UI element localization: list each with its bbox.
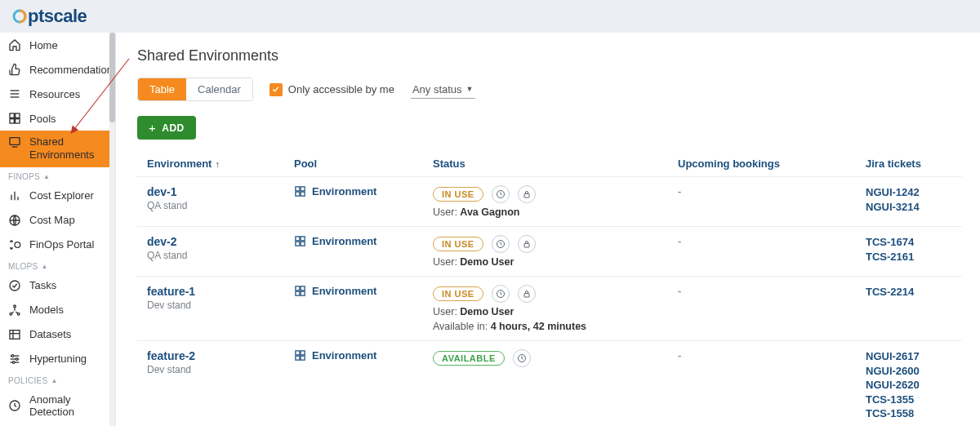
- col-pool[interactable]: Pool: [284, 151, 423, 177]
- svg-rect-50: [296, 356, 300, 360]
- jira-ticket-link[interactable]: TCS-1355: [866, 393, 952, 407]
- sidebar-group-finops[interactable]: FINOPS▲: [0, 167, 115, 184]
- pool-icon: [294, 185, 306, 197]
- thumbs-up-icon: [8, 63, 21, 76]
- svg-rect-39: [301, 242, 305, 246]
- clock-icon[interactable]: [492, 235, 510, 253]
- home-icon: [8, 38, 21, 51]
- sidebar-item-label: Shared Environments: [29, 135, 107, 162]
- lock-icon[interactable]: [518, 185, 536, 203]
- add-button[interactable]: + ADD: [137, 116, 196, 140]
- col-bookings[interactable]: Upcoming bookings: [668, 151, 856, 177]
- jira-ticket-link[interactable]: TCS-2214: [866, 285, 952, 300]
- env-subtitle: Dev stand: [147, 300, 274, 311]
- caret-up-icon: ▲: [42, 263, 48, 270]
- clock-icon[interactable]: [492, 185, 510, 203]
- svg-rect-37: [301, 237, 305, 241]
- page-title: Shared Environments: [137, 47, 962, 64]
- sidebar-item-hypertuning[interactable]: Hypertuning: [0, 347, 115, 371]
- sidebar-item-finops-portal[interactable]: FinOps Portal: [0, 233, 115, 257]
- caret-up-icon: ▲: [51, 377, 58, 384]
- sidebar-item-recommendations[interactable]: Recommendations: [0, 57, 115, 82]
- view-toggle: Table Calendar: [137, 78, 253, 101]
- sidebar-item-cost-map[interactable]: Cost Map: [0, 208, 115, 233]
- sidebar-item-label: Resources: [29, 88, 80, 100]
- grid-icon: [8, 112, 21, 125]
- svg-point-17: [14, 305, 16, 308]
- env-name-link[interactable]: feature-1: [147, 285, 274, 298]
- sidebar-item-label: Tasks: [29, 279, 56, 291]
- pool-link[interactable]: Environment: [294, 285, 376, 297]
- sidebar-item-cost-explorer[interactable]: Cost Explorer: [0, 184, 115, 208]
- view-calendar-button[interactable]: Calendar: [186, 78, 252, 100]
- sidebar-item-resources[interactable]: Resources: [0, 82, 115, 106]
- env-name-link[interactable]: feature-2: [147, 349, 274, 362]
- svg-rect-33: [301, 192, 305, 196]
- svg-rect-35: [524, 194, 529, 198]
- jira-ticket-link[interactable]: NGUI-2620: [866, 378, 952, 393]
- app-logo[interactable]: ptscale: [11, 6, 87, 27]
- pool-icon: [294, 349, 306, 362]
- status-badge-in-use: IN USE: [433, 237, 483, 251]
- sidebar-item-anomaly-detection[interactable]: Anomaly Detection: [0, 388, 115, 424]
- sidebar-group-policies[interactable]: POLICIES▲: [0, 371, 115, 388]
- col-environment[interactable]: Environment↑: [137, 151, 284, 177]
- sidebar-group-mlops[interactable]: MLOPS▲: [0, 257, 115, 273]
- svg-rect-5: [10, 113, 14, 118]
- only-me-checkbox[interactable]: Only accessible by me: [270, 83, 394, 96]
- sidebar-item-label: Recommendations: [29, 64, 116, 76]
- env-subtitle: Dev stand: [147, 364, 274, 375]
- jira-ticket-link[interactable]: NGUI-2617: [866, 349, 952, 364]
- table-row: dev-1QA standEnvironmentIN USEUser: Ava …: [137, 177, 962, 227]
- plus-icon: +: [149, 122, 156, 134]
- jira-ticket-link[interactable]: TCS-1674: [866, 235, 952, 250]
- status-filter-dropdown[interactable]: Any status ▼: [411, 81, 475, 99]
- clock-icon[interactable]: [492, 285, 510, 303]
- env-name-link[interactable]: dev-1: [147, 185, 274, 198]
- sidebar-item-home[interactable]: Home: [0, 33, 115, 57]
- col-jira[interactable]: Jira tickets: [856, 151, 962, 177]
- pool-link[interactable]: Environment: [294, 235, 376, 247]
- sort-asc-icon: ↑: [215, 159, 220, 169]
- jira-ticket-link[interactable]: NGUI-1242: [866, 185, 952, 200]
- table-row: feature-1Dev standEnvironmentIN USEUser:…: [137, 277, 962, 341]
- clock-icon[interactable]: [513, 349, 531, 367]
- jira-ticket-link[interactable]: TCS-2161: [866, 250, 952, 264]
- lock-icon[interactable]: [518, 285, 536, 303]
- sidebar-item-tasks[interactable]: Tasks: [0, 273, 115, 298]
- main-content: Shared Environments Table Calendar Only …: [116, 33, 980, 426]
- sidebar-item-pools[interactable]: Pools: [0, 106, 115, 131]
- pool-icon: [294, 285, 306, 297]
- svg-rect-32: [296, 192, 300, 196]
- jira-ticket-link[interactable]: NGUI-2600: [866, 364, 952, 379]
- view-table-button[interactable]: Table: [138, 78, 186, 100]
- globe-icon: [8, 214, 21, 227]
- sidebar-scrollbar[interactable]: [109, 33, 115, 426]
- svg-rect-45: [301, 291, 305, 295]
- sidebar-item-label: Anomaly Detection: [29, 393, 107, 418]
- list-icon: [8, 87, 21, 100]
- svg-rect-38: [296, 242, 300, 246]
- status-user: User: Demo User: [433, 256, 658, 268]
- pool-link[interactable]: Environment: [294, 185, 376, 197]
- only-me-label: Only accessible by me: [288, 83, 394, 95]
- svg-rect-51: [301, 356, 305, 360]
- sidebar-item-models[interactable]: Models: [0, 298, 115, 322]
- table-row: dev-2QA standEnvironmentIN USEUser: Demo…: [137, 227, 962, 277]
- pool-link[interactable]: Environment: [294, 349, 376, 362]
- svg-point-27: [16, 357, 18, 360]
- sidebar-item-label: Cost Explorer: [29, 189, 94, 202]
- status-badge-in-use: IN USE: [433, 286, 483, 301]
- sidebar-item-shared-environments[interactable]: Shared Environments: [0, 131, 115, 167]
- sidebar-item-datasets[interactable]: Datasets: [0, 322, 115, 347]
- svg-rect-48: [296, 351, 300, 355]
- jira-ticket-link[interactable]: TCS-1558: [866, 406, 952, 421]
- jira-ticket-link[interactable]: NGUI-3214: [866, 200, 952, 215]
- sidebar-item-label: FinOps Portal: [29, 238, 94, 251]
- svg-rect-20: [10, 330, 20, 339]
- lock-icon[interactable]: [518, 235, 536, 253]
- col-status[interactable]: Status: [423, 151, 668, 177]
- env-name-link[interactable]: dev-2: [147, 235, 274, 248]
- checkbox-checked-icon: [270, 83, 283, 96]
- svg-point-15: [15, 242, 20, 247]
